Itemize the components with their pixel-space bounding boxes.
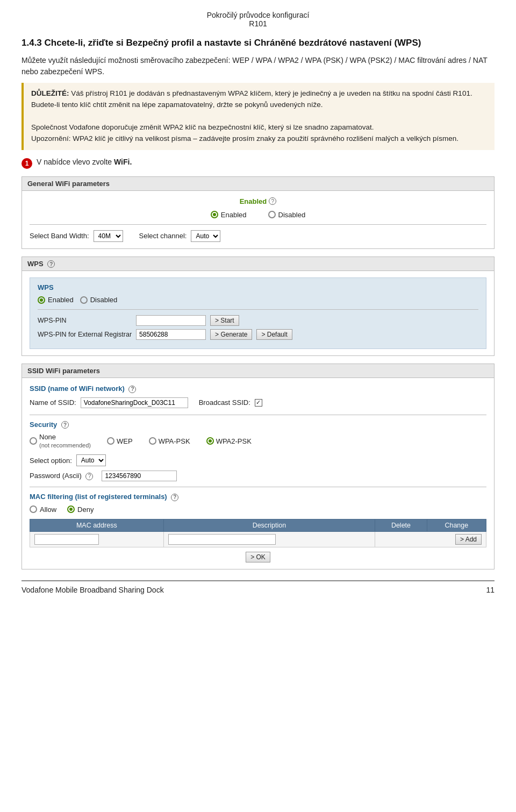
wps-enabled-option[interactable]: Enabled [38,296,74,304]
wps-panel-body: WPS Enabled Disabled WPS-PIN > Start WPS… [22,271,494,355]
password-label: Password (Ascii) ? [30,472,93,480]
channel-group: Select channel: Auto [139,230,221,242]
mac-radio-row: Allow Deny [30,505,486,514]
sec-wep-radio[interactable] [107,437,114,445]
footer-page: 11 [486,586,494,594]
sec-none-label: None [39,433,56,441]
mac-allow-option[interactable]: Allow [30,505,56,514]
footer-left: Vodafone Mobile Broadband Sharing Dock [22,586,164,594]
select-option-row: Select option: Auto [30,454,486,466]
col-desc: Description [163,519,375,531]
mac-address-cell [30,531,164,547]
wps-inner-title: WPS [38,283,478,291]
important-text3: Upozornění: WPA2 klíč je citlivý na veli… [31,134,458,143]
channel-label: Select channel: [139,232,187,240]
wps-external-row: WPS-PIN for External Registrar > Generat… [38,329,478,340]
mac-allow-label: Allow [40,505,56,514]
password-help-icon[interactable]: ? [85,473,93,480]
sec-wpa2-psk-label: WPA2-PSK [216,437,252,445]
wps-generate-button[interactable]: > Generate [210,329,252,340]
sec-wep-option[interactable]: WEP [107,437,133,445]
ssid-divider2 [30,487,486,487]
band-select[interactable]: 40M [94,230,123,242]
mac-desc-input[interactable] [168,534,276,545]
ssid-broadcast-checkbox[interactable]: ✓ [255,399,262,407]
sec-none-sub: (not recommended) [39,442,91,448]
security-section-title: Security ? [30,421,486,429]
enabled-label: Enabled [240,197,267,205]
mac-deny-option[interactable]: Deny [67,505,94,514]
ssid-divider1 [30,415,486,415]
wps-external-label: WPS-PIN for External Registrar [38,331,132,338]
important-box: DŮLEŽITÉ: Váš přístroj R101 je dodáván s… [22,83,494,150]
general-wifi-body: Enabled ? Enabled Disabled Select Band W… [22,191,494,248]
mac-table-row: > Add [30,531,486,547]
wifi-disabled-radio[interactable] [268,211,276,218]
ssid-help-icon[interactable]: ? [128,386,136,393]
sec-wpa-psk-label: WPA-PSK [159,437,190,445]
ssid-name-input[interactable] [81,397,188,408]
ok-button[interactable]: > OK [246,552,270,562]
wps-panel: WPS ? WPS Enabled Disabled WPS-PIN > Sta… [22,257,494,357]
wps-inner-box: WPS Enabled Disabled WPS-PIN > Start WPS… [30,277,486,349]
mac-desc-cell [163,531,375,547]
ok-row: > OK [30,552,486,562]
sec-wpa2-psk-radio[interactable] [206,437,214,445]
wps-external-input[interactable] [136,329,206,340]
channel-select[interactable]: Auto [191,230,220,242]
ssid-name-row: Name of SSID: Broadcast SSID: ✓ [30,397,486,408]
mac-allow-radio[interactable] [30,505,37,513]
col-change: Change [427,519,486,531]
wps-disabled-radio[interactable] [80,296,88,304]
ssid-name-group: Name of SSID: [30,397,188,408]
wps-pin-label: WPS-PIN [38,317,132,324]
band-label: Select Band Width: [30,232,89,240]
ssid-section-label: SSID (name of WiFi network) [30,384,125,393]
header-line2: R101 [22,19,494,28]
wifi-enabled-radio[interactable] [211,211,218,218]
wps-divider [38,309,478,310]
sec-wpa2-psk-option[interactable]: WPA2-PSK [206,437,252,445]
mac-deny-radio[interactable] [67,505,75,513]
wps-disabled-label: Disabled [90,296,118,304]
security-help-icon[interactable]: ? [61,421,69,429]
wps-start-button[interactable]: > Start [210,315,239,326]
sec-none-option[interactable]: None (not recommended) [30,433,91,449]
sec-wpa-psk-radio[interactable] [149,437,156,445]
header-line1: Pokročilý průvodce konfigurací [22,11,494,19]
enabled-help-icon[interactable]: ? [269,197,276,205]
sec-wpa-psk-option[interactable]: WPA-PSK [149,437,190,445]
ssid-section-title: SSID (name of WiFi network) ? [30,384,486,393]
section-title: 1.4.3 Chcete-li, zřiďte si Bezpečný prof… [22,38,494,48]
ssid-broadcast-group: Broadcast SSID: ✓ [199,398,262,407]
wps-disabled-option[interactable]: Disabled [80,296,118,304]
wifi-enabled-option[interactable]: Enabled [211,211,247,219]
mac-help-icon[interactable]: ? [171,494,178,501]
mac-address-input[interactable] [34,534,99,545]
wifi-enabled-label: Enabled [221,211,247,219]
ssid-panel-header: SSID WiFi parameters [22,364,494,378]
ssid-panel: SSID WiFi parameters SSID (name of WiFi … [22,364,494,569]
ssid-name-label: Name of SSID: [30,398,76,407]
wps-pin-row: WPS-PIN > Start [38,315,478,326]
mac-table: MAC address Description Delete Change > … [30,519,486,547]
wifi-disabled-option[interactable]: Disabled [268,211,306,219]
step-num-1: 1 [22,158,32,169]
option-select[interactable]: Auto [76,454,106,466]
wps-pin-input[interactable] [136,315,206,326]
mac-add-cell: > Add [375,531,486,547]
step-1: 1 V nabídce vlevo zvolte WiFi. [22,158,494,169]
security-radio-row: None (not recommended) WEP WPA-PSK WPA2-… [30,433,486,449]
wps-default-button[interactable]: > Default [256,329,292,340]
wps-help-icon[interactable]: ? [47,260,55,268]
password-input[interactable] [102,471,177,481]
wps-enabled-radio[interactable] [38,296,45,304]
band-width-group: Select Band Width: 40M [30,230,123,242]
mac-add-button[interactable]: > Add [455,534,482,545]
wifi-disabled-label: Disabled [278,211,306,219]
col-delete: Delete [375,519,427,531]
page-footer: Vodafone Mobile Broadband Sharing Dock 1… [22,580,494,594]
ssid-broadcast-label: Broadcast SSID: [199,398,250,407]
enabled-row: Enabled ? [30,197,486,205]
sec-none-radio[interactable] [30,437,37,445]
